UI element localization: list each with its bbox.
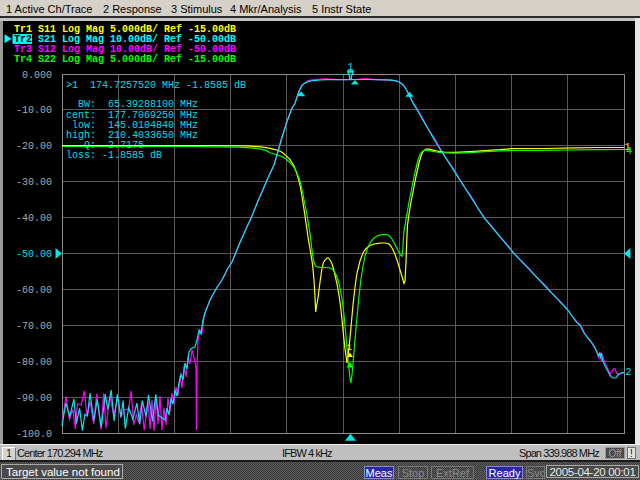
svg-text:BW: 65.39288100 MHz: BW: 65.39288100 MHz bbox=[66, 99, 198, 110]
svg-text:-100.0: -100.0 bbox=[16, 429, 52, 440]
svg-text:Tr4 S22 Log Mag 5.000dB/ Ref -: Tr4 S22 Log Mag 5.000dB/ Ref -15.00dB bbox=[14, 54, 236, 65]
svg-text:-30.00: -30.00 bbox=[16, 177, 52, 188]
svg-text:loss: -1.8585 dB: loss: -1.8585 dB bbox=[66, 150, 162, 161]
svg-text:2: 2 bbox=[626, 367, 632, 378]
svg-text:>1 174.7257520 MHz -1.8585 dB: >1 174.7257520 MHz -1.8585 dB bbox=[66, 80, 246, 91]
svg-text:-40.00: -40.00 bbox=[16, 213, 52, 224]
svg-text:-80.00: -80.00 bbox=[16, 357, 52, 368]
svg-text:-60.00: -60.00 bbox=[16, 285, 52, 296]
svg-text:0.000: 0.000 bbox=[22, 70, 52, 81]
svg-text:1: 1 bbox=[347, 343, 352, 353]
svg-text:-20.00: -20.00 bbox=[16, 141, 52, 152]
svg-text:4: 4 bbox=[626, 146, 632, 157]
svg-text:-70.00: -70.00 bbox=[16, 321, 52, 332]
svg-text:-90.00: -90.00 bbox=[16, 393, 52, 404]
svg-text:-10.00: -10.00 bbox=[16, 105, 52, 116]
svg-text:-50.00: -50.00 bbox=[16, 249, 52, 260]
